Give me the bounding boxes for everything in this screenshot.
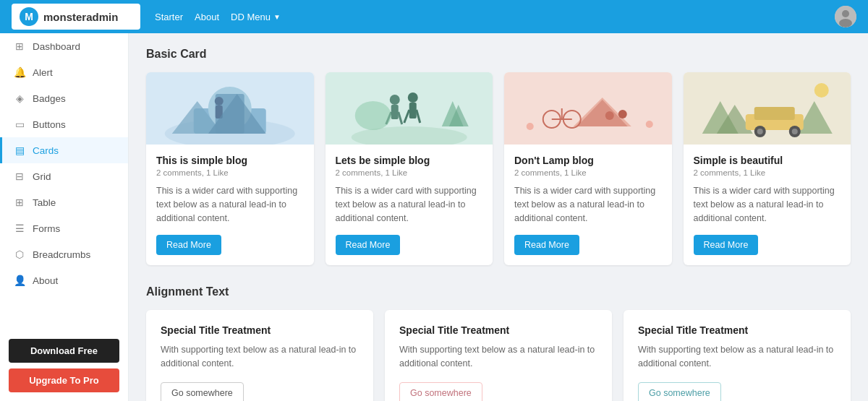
card2-body: Lets be simple blog 2 comments, 1 Like T… [326,145,493,265]
card1-meta: 2 comments, 1 Like [156,168,304,177]
svg-rect-27 [509,72,668,145]
svg-rect-17 [391,105,398,119]
svg-point-45 [757,129,762,134]
card3-text: This is a wider card with supporting tex… [514,184,662,225]
user-avatar[interactable] [835,6,856,27]
sidebar: ⊞ Dashboard 🔔 Alert ◈ Badges ▭ Buttons ▤… [0,33,129,401]
upgrade-pro-button[interactable]: Upgrade To Pro [9,368,119,392]
nav-link-about[interactable]: About [195,12,219,22]
sidebar-item-alert[interactable]: 🔔 Alert [0,59,128,85]
sidebar-item-badges[interactable]: ◈ Badges [0,85,128,111]
logo-text: monsteradmin [43,11,118,23]
svg-point-48 [814,83,828,98]
card4-body: Simple is beautiful 2 comments, 1 Like T… [684,145,851,265]
card2-text: This is a wider card with supporting tex… [336,184,483,225]
sidebar-item-table[interactable]: ⊞ Table [0,189,128,215]
person-icon: 👤 [14,275,25,286]
card3-illustration [504,72,672,145]
sidebar-item-grid[interactable]: ⊟ Grid [0,163,128,189]
svg-rect-21 [409,103,416,118]
bell-icon: 🔔 [14,66,25,78]
basic-cards-grid: This is simple blog 2 comments, 1 Like T… [146,72,851,265]
main-layout: ⊞ Dashboard 🔔 Alert ◈ Badges ▭ Buttons ▤… [0,33,868,401]
svg-point-47 [791,129,797,134]
form-icon: ☰ [14,223,25,234]
top-navbar: M monsteradmin Starter About DD Menu ▼ [0,0,868,33]
chevron-down-icon: ▼ [273,13,281,21]
table-row: This is simple blog 2 comments, 1 Like T… [146,72,314,265]
main-content: Basic Card [129,33,868,401]
align-card3-go-button[interactable]: Go somewhere [638,382,721,401]
svg-point-3 [842,10,849,17]
card1-image [146,72,314,145]
svg-rect-43 [754,107,794,120]
svg-point-4 [839,19,852,27]
align-card-1: Special Title Treatment With supporting … [146,310,373,401]
table-row: Lets be simple blog 2 comments, 1 Like T… [326,72,493,265]
svg-point-16 [389,95,399,105]
square-icon: ▭ [14,118,25,130]
card2-read-more-button[interactable]: Read More [336,235,401,255]
align-card2-go-button[interactable]: Go somewhere [399,382,482,401]
alignment-section-title: Alignment Text [146,285,851,298]
card4-read-more-button[interactable]: Read More [694,235,759,255]
card2-title: Lets be simple blog [336,155,483,166]
align-card-2: Special Title Treatment With supporting … [385,310,612,401]
card1-text: This is a wider card with supporting tex… [156,184,304,225]
card3-title: Don't Lamp blog [514,155,662,166]
align-card1-title: Special Title Treatment [161,324,359,336]
card3-body: Don't Lamp blog 2 comments, 1 Like This … [504,145,672,265]
align-card1-go-button[interactable]: Go somewhere [161,382,244,401]
basic-card-title: Basic Card [146,48,851,61]
sidebar-item-forms[interactable]: ☰ Forms [0,215,128,241]
card4-text: This is a wider card with supporting tex… [694,184,841,225]
svg-point-10 [215,97,224,105]
card4-title: Simple is beautiful [694,155,841,166]
grid2-icon: ⊟ [14,171,25,182]
align-card2-text: With supporting text below as a natural … [399,343,597,371]
basic-card-section: Basic Card [146,48,851,265]
avatar-icon [835,6,856,27]
card2-illustration [326,72,493,145]
align-card3-text: With supporting text below as a natural … [638,343,836,371]
align-card1-text: With supporting text below as a natural … [161,343,359,371]
tag-icon: ◈ [14,92,25,104]
card3-read-more-button[interactable]: Read More [514,235,579,255]
card2-meta: 2 comments, 1 Like [336,168,483,177]
card3-image [504,72,672,145]
card4-image [684,72,851,145]
table-row: Don't Lamp blog 2 comments, 1 Like This … [504,72,672,265]
table-icon: ⊞ [14,197,25,208]
card1-read-more-button[interactable]: Read More [156,235,221,255]
svg-point-36 [527,123,534,130]
svg-point-37 [646,121,653,128]
logo[interactable]: M monsteradmin [12,4,140,30]
nav-link-ddmenu[interactable]: DD Menu ▼ [231,12,281,22]
align-card-3: Special Title Treatment With supporting … [624,310,851,401]
svg-point-35 [618,110,627,118]
sidebar-item-dashboard[interactable]: ⊞ Dashboard [0,33,128,59]
card4-meta: 2 comments, 1 Like [694,168,841,177]
svg-point-20 [407,92,417,103]
alignment-cards-grid: Special Title Treatment With supporting … [146,310,851,401]
card-icon: ▤ [14,145,25,156]
card1-illustration [146,72,314,145]
nav-links: Starter About DD Menu ▼ [140,12,835,22]
grid-icon: ⊞ [14,40,25,52]
align-card3-title: Special Title Treatment [638,324,836,336]
card1-body: This is simple blog 2 comments, 1 Like T… [146,145,314,265]
align-card2-title: Special Title Treatment [399,324,597,336]
link-icon: ⬡ [14,249,25,260]
nav-link-starter[interactable]: Starter [155,12,183,22]
sidebar-item-buttons[interactable]: ▭ Buttons [0,111,128,137]
sidebar-item-about[interactable]: 👤 About [0,267,128,293]
table-row: Simple is beautiful 2 comments, 1 Like T… [684,72,851,265]
card2-image [326,72,493,145]
sidebar-item-cards[interactable]: ▤ Cards [0,137,128,163]
card3-meta: 2 comments, 1 Like [514,168,662,177]
svg-text:M: M [25,11,33,22]
download-free-button[interactable]: Download Free [9,339,119,363]
card1-title: This is simple blog [156,155,304,166]
sidebar-item-breadcrumbs[interactable]: ⬡ Breadcrumbs [0,241,128,267]
card4-illustration [684,72,851,145]
